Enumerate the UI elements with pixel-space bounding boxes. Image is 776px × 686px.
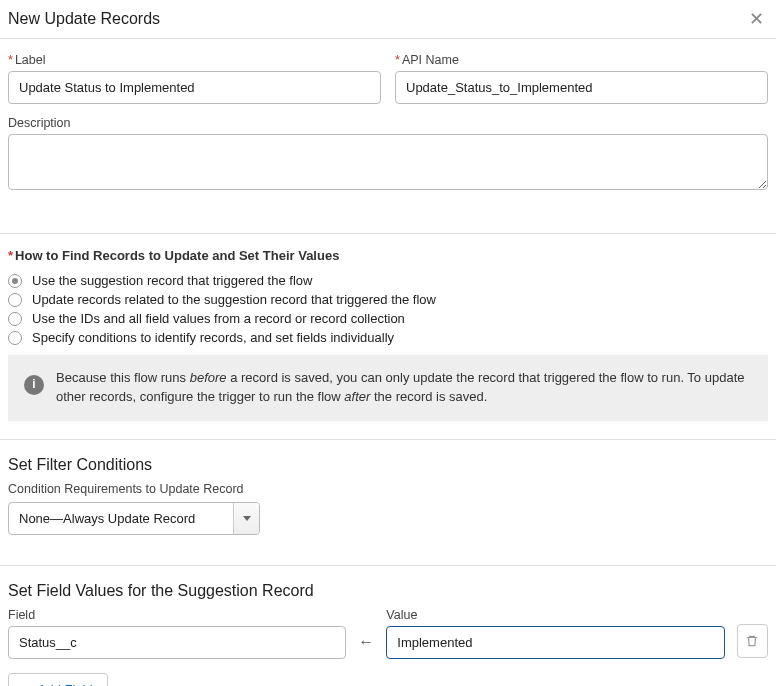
delete-row-button[interactable]: [737, 624, 768, 658]
radio-icon: [8, 293, 22, 307]
how-to-find-radio-group: Use the suggestion record that triggered…: [8, 271, 768, 347]
how-to-find-heading: *How to Find Records to Update and Set T…: [8, 248, 768, 263]
description-label: Description: [8, 116, 768, 130]
radio-icon: [8, 331, 22, 345]
filter-conditions-title: Set Filter Conditions: [8, 456, 768, 474]
condition-requirements-label: Condition Requirements to Update Record: [8, 482, 768, 496]
info-text: Because this flow runs before a record i…: [56, 369, 752, 407]
field-column-label: Field: [8, 608, 346, 622]
close-icon[interactable]: ✕: [749, 10, 764, 28]
description-textarea[interactable]: [8, 134, 768, 190]
condition-requirements-select[interactable]: [8, 502, 260, 535]
radio-option-3[interactable]: Specify conditions to identify records, …: [8, 328, 768, 347]
trash-icon: [745, 634, 759, 648]
set-field-values-title: Set Field Values for the Suggestion Reco…: [8, 582, 768, 600]
plus-icon: +: [23, 682, 32, 686]
value-column-label: Value: [386, 608, 724, 622]
radio-option-1[interactable]: Update records related to the suggestion…: [8, 290, 768, 309]
info-box: i Because this flow runs before a record…: [8, 355, 768, 421]
radio-option-0[interactable]: Use the suggestion record that triggered…: [8, 271, 768, 290]
radio-option-2[interactable]: Use the IDs and all field values from a …: [8, 309, 768, 328]
radio-icon: [8, 312, 22, 326]
label-field-label: *Label: [8, 53, 381, 67]
modal-header: New Update Records ✕: [0, 0, 776, 39]
api-name-field-label: *API Name: [395, 53, 768, 67]
field-input[interactable]: [8, 626, 346, 659]
label-input[interactable]: [8, 71, 381, 104]
api-name-input[interactable]: [395, 71, 768, 104]
info-icon: i: [24, 375, 44, 395]
radio-icon: [8, 274, 22, 288]
arrow-left-icon: ←: [358, 633, 374, 659]
add-field-button[interactable]: + Add Field: [8, 673, 108, 686]
value-input[interactable]: [386, 626, 724, 659]
modal-title: New Update Records: [8, 10, 160, 28]
field-value-row: Field ← Value: [8, 608, 768, 659]
